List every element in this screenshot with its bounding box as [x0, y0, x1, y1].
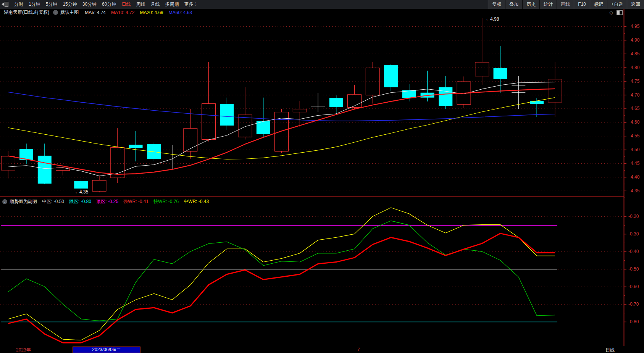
chart-area: 4.954.904.854.804.754.704.654.604.554.50…	[0, 0, 644, 353]
stock-title: 湖南天雁(日线.前复权)	[4, 9, 49, 16]
period-tab-更多 〉[interactable]: 更多 〉	[181, 0, 202, 9]
period-tab-周线[interactable]: 周线	[133, 0, 148, 9]
price-axis-label: 4.50	[631, 147, 639, 152]
indicator-dropdown-icon[interactable]: ⌄	[2, 199, 7, 204]
year-label: 2023年	[16, 347, 31, 353]
period-tab-多周期[interactable]: 多周期	[162, 0, 181, 9]
period-indicator-cell[interactable]: 日线	[605, 347, 615, 353]
period-tab-分时[interactable]: 分时	[11, 0, 26, 9]
period-tab-5分钟[interactable]: 5分钟	[43, 0, 60, 9]
ma-legend-item: MA20: 4.69	[140, 10, 163, 15]
indicator-legend-item: 快WR: -0.76	[153, 199, 179, 204]
period-tab-1分钟[interactable]: 1分钟	[26, 0, 43, 9]
panel-toggle-icon[interactable]	[2, 2, 8, 7]
indicator-legend-item: 跌区: -0.80	[69, 199, 91, 204]
price-chart-canvas[interactable]	[0, 0, 644, 353]
toolbar-buttons: 复权叠加历史统计画线F10标记+自选返回	[488, 0, 644, 9]
ma-legend-item: MA10: 4.72	[111, 10, 134, 15]
toolbar-button-历史[interactable]: 历史	[522, 0, 539, 9]
indicator-axis-label: -0.50	[628, 266, 639, 272]
ma-legend: MA5: 4.74MA10: 4.72MA20: 4.69MA60: 4.63	[85, 10, 197, 15]
price-annotation: ←4.35	[75, 189, 88, 195]
price-axis-label: 4.90	[631, 37, 639, 43]
title-icons: ◇	[609, 10, 623, 15]
price-axis-label: 4.85	[631, 51, 639, 56]
price-axis-label: 4.70	[631, 92, 639, 98]
chart-titlebar: 湖南天雁(日线.前复权) ⌄ 默认主图 MA5: 4.74MA10: 4.72M…	[0, 9, 644, 16]
month-marker-label: 7	[357, 347, 360, 352]
indicator-legend-item: 中WR: -0.43	[184, 199, 209, 204]
time-axis-bar: 2023年 2023/06/06/二 7 日线	[0, 346, 644, 353]
indicator-legend: 中区: -0.50跌区: -0.80顶区: -0.25强WR: -0.41快WR…	[37, 198, 209, 205]
period-tab-日线[interactable]: 日线	[119, 0, 133, 9]
period-tab-60分钟[interactable]: 60分钟	[99, 0, 119, 9]
indicator-axis-label: -0.60	[628, 284, 639, 289]
period-tab-15分钟[interactable]: 15分钟	[60, 0, 79, 9]
toolbar-button-+自选[interactable]: +自选	[607, 0, 627, 9]
top-menubar: 分时1分钟5分钟15分钟30分钟60分钟日线周线月线多周期更多 〉 复权叠加历史…	[0, 0, 644, 9]
indicator-legend-item: 强WR: -0.41	[123, 199, 148, 204]
indicator-legend-item: 中区: -0.50	[42, 199, 64, 204]
toolbar-button-F10[interactable]: F10	[574, 0, 590, 9]
toolbar-button-叠加[interactable]: 叠加	[505, 0, 522, 9]
price-axis-label: 4.40	[631, 174, 639, 180]
diamond-marker-icon[interactable]: ◇	[609, 10, 613, 15]
period-tab-月线[interactable]: 月线	[148, 0, 162, 9]
indicator-axis-label: -0.20	[628, 214, 639, 219]
ma-legend-item: MA5: 4.74	[85, 10, 106, 15]
main-chart-view-label[interactable]: 默认主图	[60, 9, 79, 16]
price-axis-label: 4.35	[631, 188, 639, 193]
toolbar-button-返回[interactable]: 返回	[627, 0, 644, 9]
indicator-axis-label: -0.80	[628, 319, 639, 324]
ma-legend-item: MA60: 4.63	[169, 10, 192, 15]
toolbar-button-画线[interactable]: 画线	[557, 0, 574, 9]
period-tab-30分钟[interactable]: 30分钟	[80, 0, 99, 9]
price-axis-label: 4.60	[631, 119, 639, 125]
price-axis-label: 4.80	[631, 65, 639, 70]
indicator-title: 顺势而为副图	[10, 198, 37, 205]
toolbar-button-标记[interactable]: 标记	[590, 0, 607, 9]
price-axis-label: 4.45	[631, 161, 639, 166]
price-annotation: ←4.98	[486, 16, 499, 22]
toolbar-button-统计[interactable]: 统计	[539, 0, 557, 9]
start-date-cell: 2023/06/06/二	[73, 347, 140, 353]
indicator-axis-label: -0.40	[628, 249, 639, 254]
indicator-axis-label: -0.30	[628, 231, 639, 237]
price-axis-label: 4.95	[631, 24, 639, 29]
toolbar-button-复权[interactable]: 复权	[488, 0, 505, 9]
indicator-legend-item: 顶区: -0.25	[96, 199, 118, 204]
split-view-icon[interactable]	[617, 10, 623, 15]
period-tabs: 分时1分钟5分钟15分钟30分钟60分钟日线周线月线多周期更多 〉	[11, 0, 202, 9]
indicator-header: ⌄ 顺势而为副图 中区: -0.50跌区: -0.80顶区: -0.25强WR:…	[2, 198, 209, 205]
indicator-axis-label: -0.70	[628, 301, 639, 307]
price-axis-label: 4.55	[631, 133, 639, 139]
price-axis-label: 4.75	[631, 79, 639, 84]
price-axis-label: 4.65	[631, 106, 639, 111]
main-chart-dropdown-icon[interactable]: ⌄	[53, 10, 58, 15]
